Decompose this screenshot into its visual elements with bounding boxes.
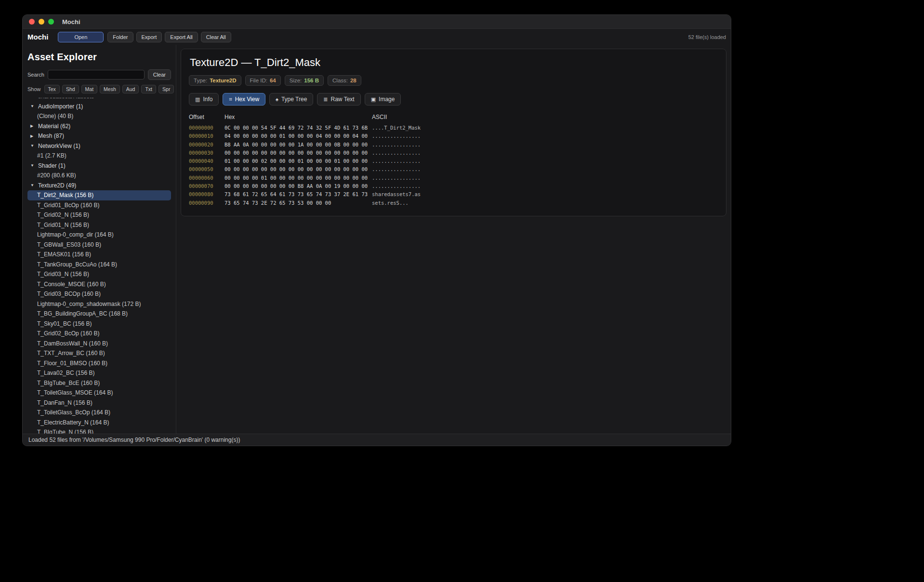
tree-group[interactable]: ▼sharedassets7.assets <box>27 98 171 102</box>
tab-raw-text[interactable]: ≣Raw Text <box>317 93 360 106</box>
hex-cell: 04 00 00 00 00 00 01 00 00 00 04 00 00 0… <box>224 132 372 140</box>
open-button[interactable]: Open <box>58 32 104 42</box>
tree-label: Lightmap-0_comp_shadowmask (172 B) <box>37 301 141 307</box>
tree-label: AudioImporter (1) <box>38 103 83 110</box>
hex-cell: 0C 00 00 00 54 5F 44 69 72 74 32 5F 4D 6… <box>224 124 372 132</box>
hex-row: 000000000C 00 00 00 54 5F 44 69 72 74 32… <box>189 124 718 132</box>
tree-label: T_DanFan_N (156 B) <box>37 399 92 406</box>
filter-mesh[interactable]: Mesh <box>100 85 120 93</box>
tree-label: T_Console_MSOE (160 B) <box>37 281 106 288</box>
tab-type-tree[interactable]: ♠Type Tree <box>269 93 313 106</box>
tree-item[interactable]: T_BIgTube_BcE (160 B) <box>27 378 171 388</box>
type-tree-icon: ♠ <box>276 97 278 102</box>
ascii-column-header: ASCII <box>372 114 718 120</box>
tab-info[interactable]: ▥Info <box>189 93 219 106</box>
hex-cell: 73 68 61 72 65 64 61 73 73 65 74 73 37 2… <box>224 190 372 198</box>
folder-button[interactable]: Folder <box>107 32 133 42</box>
type-badge: Type:Texture2D <box>189 75 241 86</box>
tree-item[interactable]: T_ElectricBattery_N (164 B) <box>27 418 171 428</box>
file-id-badge-value: 64 <box>270 78 276 83</box>
tree-label: T_ToiletGlass_MSOE (164 B) <box>37 389 113 396</box>
minimize-button-icon[interactable] <box>39 19 44 25</box>
tree-item[interactable]: T_Lava02_BC (156 B) <box>27 368 171 378</box>
filter-shd[interactable]: Shd <box>62 85 79 93</box>
tree-item[interactable]: #200 (80.6 KB) <box>27 171 171 181</box>
filter-spr[interactable]: Spr <box>158 85 174 93</box>
close-button-icon[interactable] <box>29 19 35 25</box>
chevron-right-icon[interactable]: ▶ <box>30 124 35 128</box>
tree-item[interactable]: T_Grid01_N (156 B) <box>27 220 171 230</box>
tree-item[interactable]: #1 (2.7 KB) <box>27 151 171 161</box>
hex-cell: 00 00 00 00 01 00 00 00 00 00 00 00 00 0… <box>224 174 372 182</box>
export-button[interactable]: Export <box>136 32 162 42</box>
ascii-cell: ................ <box>372 132 718 140</box>
tree-item[interactable]: T_Grid02_N (156 B) <box>27 210 171 220</box>
chevron-down-icon[interactable]: ▼ <box>30 163 35 168</box>
export-all-button[interactable]: Export All <box>165 32 198 42</box>
tree-label: #200 (80.6 KB) <box>37 172 76 179</box>
hex-table-header: Offset Hex ASCII <box>189 114 718 120</box>
filter-tex[interactable]: Tex <box>44 85 60 93</box>
filter-txt[interactable]: Txt <box>141 85 156 93</box>
tree-group[interactable]: ▼Texture2D (49) <box>27 181 171 191</box>
chevron-down-icon[interactable]: ▼ <box>30 183 35 187</box>
tab-hex-view[interactable]: ⌗Hex View <box>223 93 265 106</box>
tree-item[interactable]: (Clone) (40 B) <box>27 111 171 121</box>
hex-cell: B8 AA 0A 00 00 00 00 00 1A 00 00 00 0B 0… <box>224 141 372 149</box>
clear-all-button[interactable]: Clear All <box>201 32 231 42</box>
offset-cell: 00000070 <box>189 182 224 190</box>
tree-item[interactable]: T_GBWall_ES03 (160 B) <box>27 240 171 250</box>
tree-item[interactable]: T_ToiletGlass_BcOp (164 B) <box>27 408 171 418</box>
tree-item[interactable]: Lightmap-0_comp_dir (164 B) <box>27 230 171 240</box>
tree-item[interactable]: T_ToiletGlass_MSOE (164 B) <box>27 388 171 398</box>
tree-item[interactable]: T_Floor_01_BMSO (160 B) <box>27 358 171 369</box>
filter-mat[interactable]: Mat <box>81 85 98 93</box>
tree-label: T_TankGroup_BcCuAo (164 B) <box>37 261 117 268</box>
tree-group[interactable]: ▼NetworkView (1) <box>27 141 171 151</box>
ascii-cell: ................ <box>372 165 718 173</box>
files-loaded-status: 52 file(s) loaded <box>688 34 726 40</box>
tree-group[interactable]: ▶Mesh (87) <box>27 131 171 141</box>
offset-cell: 00000060 <box>189 174 224 182</box>
type-badge-value: Texture2D <box>210 78 236 83</box>
tree-group[interactable]: ▶Material (62) <box>27 121 171 132</box>
tree-item[interactable]: T_TankGroup_BcCuAo (164 B) <box>27 260 171 270</box>
offset-cell: 00000050 <box>189 165 224 173</box>
chevron-down-icon[interactable]: ▼ <box>30 98 35 99</box>
chevron-down-icon[interactable]: ▼ <box>30 104 35 108</box>
tree-label: #1 (2.7 KB) <box>37 152 66 159</box>
filter-row: Show TexShdMatMeshAudTxtSpr <box>27 85 171 93</box>
tree-item[interactable]: T_TXT_Arrow_BC (160 B) <box>27 348 171 358</box>
tree-item[interactable]: T_Grid03_BCOp (160 B) <box>27 289 171 299</box>
tree-label: T_Grid03_N (156 B) <box>37 271 89 278</box>
tree-group[interactable]: ▼AudioImporter (1) <box>27 102 171 112</box>
chevron-down-icon[interactable]: ▼ <box>30 144 35 148</box>
clear-search-button[interactable]: Clear <box>148 69 171 80</box>
search-input[interactable] <box>48 70 145 79</box>
tree-item[interactable]: T_BG_BuildingGroupA_BC (168 B) <box>27 309 171 319</box>
tree-item[interactable]: T_Sky01_BC (156 B) <box>27 319 171 329</box>
tree-item[interactable]: T_Console_MSOE (160 B) <box>27 279 171 290</box>
filter-aud[interactable]: Aud <box>122 85 139 93</box>
tree-item[interactable]: T_EMASK01 (156 B) <box>27 250 171 260</box>
tree-item[interactable]: T_Grid03_N (156 B) <box>27 269 171 279</box>
asset-tree: ▼sharedassets7.assets▼AudioImporter (1)(… <box>27 98 171 434</box>
type-badge-label: Type: <box>194 78 207 83</box>
main-area: Texture2D — T_Dirt2_Mask Type:Texture2DF… <box>176 45 731 434</box>
tree-item[interactable]: T_DamBossWall_N (160 B) <box>27 339 171 349</box>
tree-item[interactable]: T_BIgTube_N (156 B) <box>27 427 171 434</box>
tab-image[interactable]: ▣Image <box>365 93 401 106</box>
tree-item[interactable]: T_Dirt2_Mask (156 B) <box>27 190 171 200</box>
window-title: Mochi <box>62 18 80 26</box>
tree-label: T_Lava02_BC (156 B) <box>37 370 94 376</box>
tree-group[interactable]: ▼Shader (1) <box>27 161 171 171</box>
tree-item[interactable]: T_Grid02_BcOp (160 B) <box>27 329 171 339</box>
tree-item[interactable]: Lightmap-0_comp_shadowmask (172 B) <box>27 299 171 309</box>
chevron-right-icon[interactable]: ▶ <box>30 134 35 138</box>
tree-label: NetworkView (1) <box>38 143 80 149</box>
tree-item[interactable]: T_Grid01_BcOp (160 B) <box>27 200 171 211</box>
tree-item[interactable]: T_DanFan_N (156 B) <box>27 398 171 408</box>
ascii-cell: ................ <box>372 182 718 190</box>
zoom-button-icon[interactable] <box>48 19 54 25</box>
tree-label: Mesh (87) <box>38 132 64 139</box>
